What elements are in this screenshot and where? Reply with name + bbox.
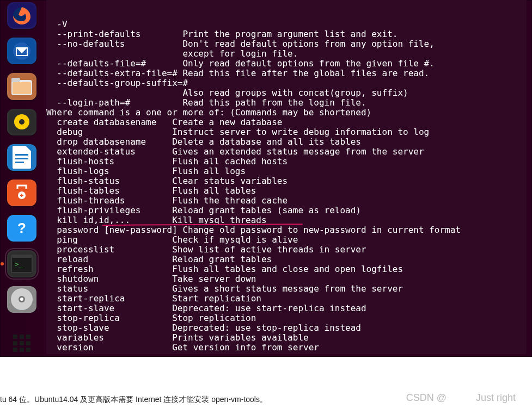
- dock: ?>_: [0, 0, 44, 357]
- terminal-line: --defaults-group-suffix=#: [46, 78, 527, 88]
- terminal-line: variables Prints variables available: [46, 333, 527, 343]
- terminal-line: flush-threads Flush the thread cache: [46, 196, 527, 206]
- terminal-line: flush-hosts Flush all cached hosts: [46, 157, 527, 166]
- svg-rect-4: [11, 78, 20, 82]
- svg-rect-13: [15, 162, 24, 163]
- terminal-line: start-replica Start replication: [46, 294, 527, 304]
- svg-text:?: ?: [17, 220, 26, 236]
- terminal-line: ping Check if mysqld is alive: [46, 235, 527, 245]
- help-icon[interactable]: ?: [7, 215, 36, 242]
- watermark: CSDN @ Just right: [406, 392, 516, 404]
- rhythmbox-icon[interactable]: [7, 109, 36, 135]
- terminal-line: processlist Show list of active threads …: [46, 245, 527, 255]
- terminal-line: except for login file.: [46, 49, 527, 59]
- libreoffice-writer-icon[interactable]: [7, 144, 36, 171]
- terminal-line: reload Reload grant tables: [46, 255, 527, 264]
- svg-rect-9: [12, 145, 32, 169]
- terminal-line: flush-logs Flush all logs: [46, 166, 527, 176]
- terminal-line: --defaults-file=# Only read default opti…: [46, 59, 527, 69]
- terminal-line: shutdown Take server down: [46, 274, 527, 284]
- svg-point-8: [19, 119, 25, 125]
- terminal-line: extended-status Gives an extended status…: [46, 147, 527, 157]
- files-icon[interactable]: [7, 73, 36, 100]
- terminal-line: status Gives a short status message from…: [46, 284, 527, 294]
- terminal-line: --login-path=# Read this path from the l…: [46, 98, 527, 108]
- desktop-screen: ?>_ -V --print-defaults Print the progra…: [0, 0, 532, 357]
- terminal-line: debug Instruct server to write debug inf…: [46, 127, 527, 137]
- terminal-line: Where command is a one or more of: (Comm…: [46, 108, 527, 118]
- software-center-icon[interactable]: [7, 180, 36, 206]
- terminal-line: --defaults-extra-file=# Read this file a…: [46, 69, 527, 78]
- svg-rect-12: [15, 158, 28, 159]
- terminal-line: stop-replica Stop replication: [46, 313, 527, 323]
- terminal-line: flush-privileges Reload grant tables (sa…: [46, 206, 527, 215]
- terminal-line: -V: [46, 20, 527, 29]
- svg-text:>_: >_: [15, 260, 23, 268]
- disc-icon[interactable]: [7, 286, 36, 313]
- terminal-line: start-slave Deprecated: use start-replic…: [46, 304, 527, 313]
- terminal-line: --no-defaults Don't read default options…: [46, 39, 527, 49]
- terminal-line: stop-slave Deprecated: use stop-replica …: [46, 323, 527, 333]
- terminal-line: drop databasename Delete a database and …: [46, 137, 527, 147]
- terminal-line: flush-tables Flush all tables: [46, 186, 527, 196]
- terminal-line: password [new-password] Change old passw…: [46, 225, 527, 235]
- terminal-line: refresh Flush all tables and close and o…: [46, 264, 527, 274]
- terminal-line: flush-status Clear status variables: [46, 176, 527, 186]
- terminal-line: --print-defaults Print the program argum…: [46, 29, 527, 39]
- terminal-window[interactable]: -V --print-defaults Print the program ar…: [46, 0, 527, 354]
- footer-note: tu 64 位。Ubuntu14.04 及更高版本需要 Internet 连接才…: [0, 395, 267, 405]
- thunderbird-icon[interactable]: [7, 38, 36, 64]
- svg-rect-11: [15, 154, 28, 156]
- terminal-line: version Get version info from server: [46, 343, 527, 353]
- terminal-output: -V --print-defaults Print the program ar…: [46, 20, 527, 353]
- terminal-line: Also read groups with concat(group, suff…: [46, 88, 527, 98]
- firefox-icon[interactable]: [7, 2, 36, 29]
- terminal-line: create databasename Create a new databas…: [46, 118, 527, 127]
- terminal-icon[interactable]: >_: [7, 250, 36, 277]
- svg-rect-5: [13, 82, 31, 94]
- svg-point-24: [20, 298, 23, 301]
- show-applications-icon[interactable]: [7, 330, 36, 357]
